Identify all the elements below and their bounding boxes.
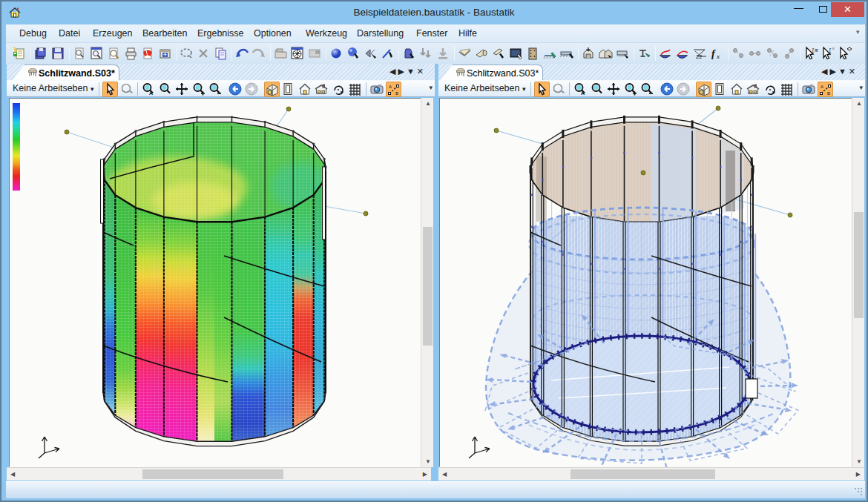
svg-text:f: f — [711, 48, 716, 59]
svg-text:A: A — [821, 85, 823, 89]
svg-text:B: B — [827, 91, 830, 96]
svg-text:B: B — [395, 91, 398, 96]
svg-text:A: A — [389, 85, 392, 89]
svg-text:[°]: [°] — [829, 47, 835, 53]
svg-text:A: A — [149, 90, 153, 96]
svg-text:A: A — [581, 90, 585, 96]
svg-text:[m]: [m] — [812, 47, 818, 53]
svg-text:x: x — [716, 53, 720, 60]
svg-text:Z2: Z2 — [696, 54, 702, 59]
